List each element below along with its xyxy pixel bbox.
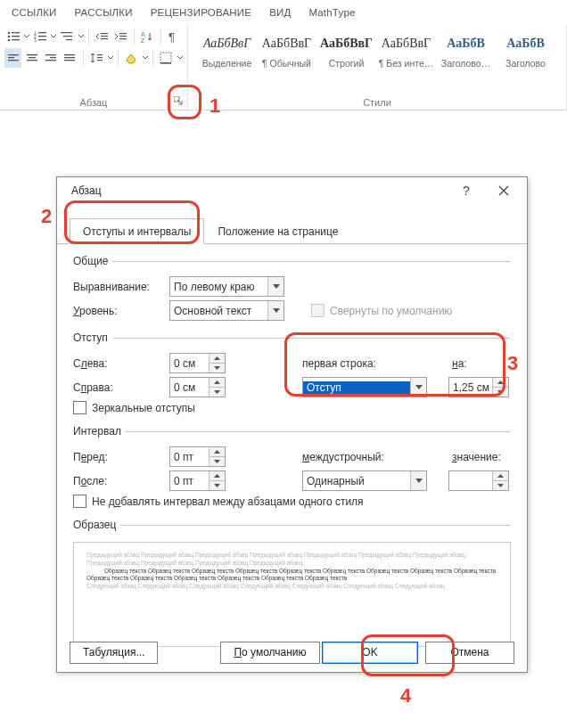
style-sample: АаБбВвГ [198,29,256,58]
ok-button[interactable]: OK [322,642,418,664]
alignment-combo[interactable]: По левому краю [169,276,284,297]
mirror-indents-checkbox[interactable]: Зеркальные отступы [73,401,195,414]
indent-left-spin[interactable]: 0 см [169,353,226,373]
shading-button[interactable] [123,48,140,68]
line-spacing-at-spin[interactable] [448,470,509,491]
annotation-number-4: 4 [400,684,411,708]
chevron-down-icon[interactable] [177,51,183,65]
chevron-down-icon[interactable] [410,378,426,397]
first-line-combo[interactable]: Отступ [302,377,427,397]
legend-indent: Отступ [73,331,112,344]
svg-rect-34 [64,57,75,58]
legend-general: Общие [73,255,112,267]
svg-rect-19 [119,36,127,37]
chevron-down-icon[interactable] [267,301,284,320]
tab-mailings[interactable]: РАССЫЛКИ [66,2,142,23]
svg-point-2 [7,36,10,38]
cancel-button[interactable]: Отмена [425,642,514,664]
show-marks-button[interactable]: ¶ [166,27,183,46]
down-icon[interactable] [210,481,225,490]
label-at: значение: [452,451,501,463]
style-sample: АаБбВвГ [317,29,375,58]
annotation-number-2: 2 [41,205,52,228]
set-default-button[interactable]: По умолчанию [220,642,319,664]
chevron-down-icon[interactable] [78,29,84,44]
group-paragraph: 123 AZ ¶ [0,25,188,110]
sort-button[interactable]: AZ [139,27,156,46]
indent-right-spin[interactable]: 0 см [169,377,226,397]
svg-rect-37 [97,57,103,58]
bullets-button[interactable] [4,27,21,46]
style-item[interactable]: АаБбВвГВыделение [197,27,257,71]
svg-rect-24 [8,54,19,55]
style-item[interactable]: АаБбВвГСтрогий [316,27,376,71]
svg-rect-36 [97,54,103,55]
down-icon[interactable] [493,388,508,397]
up-icon[interactable] [210,354,225,364]
tab-view[interactable]: ВИД [260,2,300,23]
line-spacing-combo[interactable]: Одинарный [302,470,427,491]
justify-button[interactable] [62,48,78,68]
section-spacing: Интервал Перед: 0 пт междустрочный: знач… [73,425,511,511]
svg-rect-40 [160,62,171,64]
style-sample: АаБбВвГ [377,29,435,58]
help-button[interactable]: ? [450,178,486,203]
numbering-button[interactable]: 123 [31,27,48,46]
label-indent-by: на: [452,357,467,370]
indent-decrease-button[interactable] [93,27,110,46]
up-icon[interactable] [210,471,225,481]
tab-mathtype[interactable]: MathType [300,2,364,23]
align-right-button[interactable] [42,48,59,68]
svg-rect-16 [101,36,108,37]
chevron-down-icon[interactable] [142,51,148,65]
align-center-button[interactable] [23,48,40,68]
chevron-down-icon[interactable] [410,471,426,490]
no-same-style-spacing-checkbox[interactable]: Не добавлять интервал между абзацами одн… [73,495,364,508]
group-label-styles: Стили [188,95,566,110]
section-general: Общие Выравнивание: По левому краю Урове… [73,255,511,324]
svg-rect-15 [101,33,108,34]
chevron-down-icon[interactable] [267,277,284,296]
paragraph-dialog-launcher[interactable] [171,94,185,108]
close-button[interactable] [486,178,522,203]
svg-text:2: 2 [34,34,37,39]
section-preview: Образец Предыдущий абзац Предыдущий абза… [73,519,511,647]
chevron-down-icon[interactable] [50,29,56,44]
outline-level-combo[interactable]: Основной текст [169,300,284,321]
svg-rect-14 [66,39,72,40]
chevron-down-icon[interactable] [23,29,29,44]
svg-point-0 [7,32,10,35]
style-item[interactable]: АаБбВвГ¶ Без инте… [376,27,436,71]
style-item[interactable]: АаБбВЗаголово [496,27,555,71]
indent-by-spin[interactable]: 1,25 см [448,377,509,397]
tab-review[interactable]: РЕЦЕНЗИРОВАНИЕ [142,2,260,23]
space-before-spin[interactable]: 0 пт [169,446,226,467]
up-icon[interactable] [210,378,225,388]
chevron-down-icon[interactable] [107,51,113,65]
space-after-spin[interactable]: 0 пт [169,470,226,491]
down-icon[interactable] [210,388,225,397]
borders-button[interactable] [158,48,175,68]
dialog-title: Абзац [71,184,102,197]
style-sample: АаБбВвГ [258,29,316,58]
multilevel-button[interactable] [58,27,75,46]
down-icon[interactable] [210,457,225,466]
up-icon[interactable] [493,471,508,481]
svg-rect-38 [97,60,103,61]
style-item[interactable]: АаБбВЗаголово… [436,27,496,71]
indent-increase-button[interactable] [112,27,129,46]
up-icon[interactable] [493,378,508,388]
align-left-button[interactable] [4,48,21,68]
tabstops-button[interactable]: Табуляция... [70,642,158,664]
tab-references[interactable]: ССЫЛКИ [3,2,66,23]
line-spacing-button[interactable] [88,48,105,68]
group-styles: АаБбВвГВыделениеАаБбВвГ¶ ОбычныйАаБбВвГС… [188,25,567,110]
down-icon[interactable] [210,364,225,372]
style-item[interactable]: АаБбВвГ¶ Обычный [257,27,316,71]
tab-indents-spacing[interactable]: Отступы и интервалы [70,218,204,244]
down-icon[interactable] [493,481,508,490]
tab-page-position[interactable]: Положение на странице [204,218,351,244]
up-icon[interactable] [210,447,225,457]
legend-spacing: Интервал [73,425,126,438]
svg-rect-9 [38,36,46,37]
